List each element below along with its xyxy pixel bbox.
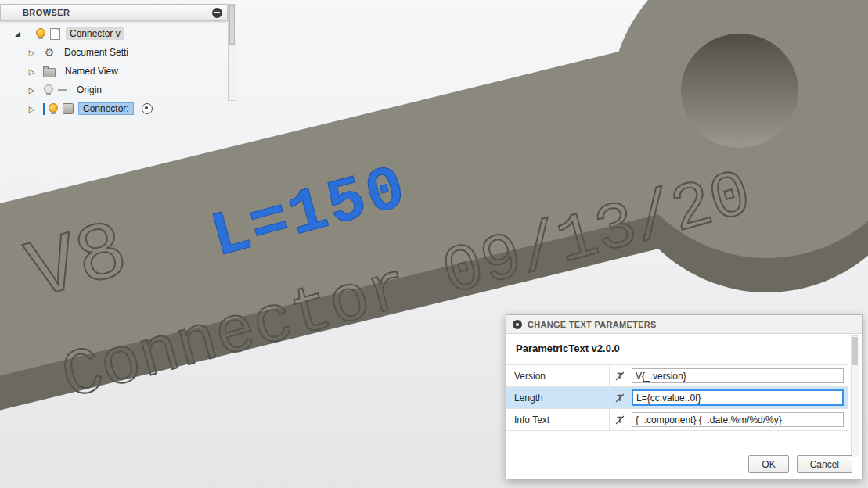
browser-row-label[interactable]: Named View bbox=[61, 65, 122, 77]
parameters-table: Version Length bbox=[506, 364, 848, 431]
dialog-titlebar[interactable]: CHANGE TEXT PARAMETERS bbox=[506, 315, 862, 334]
param-row-length[interactable]: Length bbox=[506, 387, 848, 409]
browser-row-component-connector[interactable]: Connector: bbox=[0, 99, 228, 118]
browser-header[interactable]: BROWSER bbox=[0, 4, 228, 21]
param-label[interactable]: Info Text bbox=[506, 409, 610, 430]
addin-heading: ParametricText v2.0.0 bbox=[506, 334, 862, 364]
param-label[interactable]: Version bbox=[506, 365, 610, 386]
component-icon bbox=[63, 103, 74, 114]
no-formatting-icon bbox=[610, 371, 630, 382]
ok-button[interactable]: OK bbox=[748, 455, 788, 473]
dialog-scrollbar[interactable] bbox=[851, 336, 859, 458]
dialog-buttons: OK Cancel bbox=[748, 455, 852, 473]
selection-accent-bar bbox=[43, 103, 45, 115]
origin-axes-icon bbox=[58, 85, 67, 95]
collapse-panel-icon[interactable] bbox=[212, 8, 222, 18]
visibility-bulb-icon[interactable] bbox=[35, 28, 45, 40]
browser-row-label-selected[interactable]: Connector: bbox=[78, 102, 134, 115]
disclosure-expanded-icon[interactable] bbox=[13, 28, 23, 39]
param-row-version[interactable]: Version bbox=[506, 365, 848, 387]
disclosure-collapsed-icon[interactable] bbox=[27, 85, 37, 95]
document-icon bbox=[50, 28, 60, 40]
param-value-input-length[interactable] bbox=[632, 389, 844, 406]
cancel-button[interactable]: Cancel bbox=[797, 455, 852, 473]
browser-row-label[interactable]: Origin bbox=[73, 84, 106, 96]
browser-row-label[interactable]: Document Setti bbox=[60, 46, 132, 59]
browser-tree: Connector v Document Setti Named View Or… bbox=[0, 24, 228, 118]
param-label[interactable]: Length bbox=[506, 387, 610, 408]
no-formatting-icon bbox=[610, 414, 630, 425]
disclosure-collapsed-icon[interactable] bbox=[27, 104, 37, 114]
dialog-grip-icon[interactable] bbox=[513, 320, 522, 329]
browser-scrollbar[interactable] bbox=[228, 4, 236, 101]
folder-icon bbox=[43, 68, 56, 77]
param-row-info-text[interactable]: Info Text bbox=[506, 409, 848, 431]
param-value-input-info[interactable] bbox=[632, 412, 844, 427]
activate-component-icon[interactable] bbox=[142, 103, 153, 114]
no-formatting-icon bbox=[610, 393, 630, 404]
change-text-parameters-dialog: CHANGE TEXT PARAMETERS ParametricText v2… bbox=[506, 314, 863, 479]
param-value-input-version[interactable] bbox=[632, 368, 844, 383]
visibility-bulb-icon[interactable] bbox=[48, 103, 58, 115]
browser-row-root-document[interactable]: Connector v bbox=[0, 24, 228, 43]
disclosure-collapsed-icon[interactable] bbox=[27, 48, 37, 58]
browser-scrollbar-thumb[interactable] bbox=[229, 5, 235, 45]
visibility-bulb-off-icon[interactable] bbox=[43, 84, 53, 96]
browser-panel-title: BROWSER bbox=[23, 8, 212, 17]
model-hole[interactable] bbox=[681, 34, 798, 148]
disclosure-collapsed-icon[interactable] bbox=[27, 66, 37, 77]
browser-row-named-views[interactable]: Named View bbox=[0, 62, 228, 81]
dialog-title: CHANGE TEXT PARAMETERS bbox=[528, 320, 657, 329]
gear-icon bbox=[43, 46, 56, 59]
browser-row-label[interactable]: Connector v bbox=[66, 27, 124, 40]
browser-row-document-settings[interactable]: Document Setti bbox=[0, 43, 228, 62]
dialog-scrollbar-thumb[interactable] bbox=[852, 337, 858, 365]
fusion-window: V8 L=150 Connector 09/13/20 BROWSER Conn… bbox=[0, 0, 868, 488]
browser-panel: BROWSER Connector v Document Setti bbox=[0, 4, 228, 118]
browser-row-origin[interactable]: Origin bbox=[0, 81, 228, 99]
